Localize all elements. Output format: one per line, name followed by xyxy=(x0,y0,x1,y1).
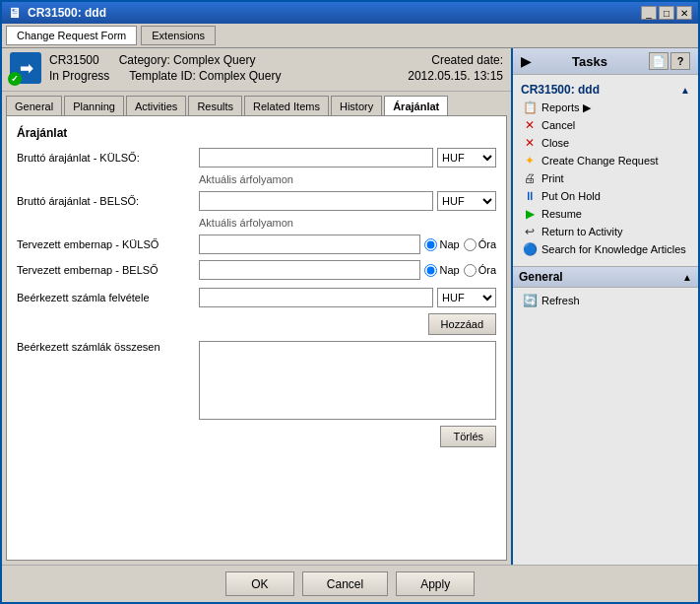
tasks-item-put-on-hold-label: Put On Hold xyxy=(541,190,601,202)
tasks-item-close[interactable]: ✕ Close xyxy=(517,134,694,152)
ok-button[interactable]: OK xyxy=(225,571,294,596)
ora2-option[interactable]: Óra xyxy=(464,264,496,277)
tasks-item-refresh[interactable]: 🔄 Refresh xyxy=(517,292,694,309)
tab-general[interactable]: General xyxy=(6,96,62,115)
brutto-kulso-currency[interactable]: HUF EUR USD xyxy=(437,148,496,168)
section-title: Árajánlat xyxy=(17,126,496,140)
beerkezett-currency[interactable]: HUF EUR USD xyxy=(437,288,496,307)
create-change-request-icon: ✦ xyxy=(523,154,537,168)
tasks-item-cancel-label: Cancel xyxy=(541,119,575,131)
tasks-item-resume[interactable]: ▶ Resume xyxy=(517,205,694,223)
tervezett-kulso-input[interactable] xyxy=(199,235,420,254)
brutto-kulso-row: Bruttó árajánlat - KÜLSŐ: HUF EUR USD xyxy=(17,148,496,168)
tervezett-belso-label: Tervezett embernap - BELSŐ xyxy=(17,264,199,276)
tasks-item-return-label: Return to Activity xyxy=(541,226,623,237)
tasks-item-cancel[interactable]: ✕ Cancel xyxy=(517,116,694,134)
tasks-cr-title-text: CR31500: ddd xyxy=(521,83,600,97)
ossz-label: Beérkezett számlák összesen xyxy=(17,341,199,353)
form-header: ➡ ✓ CR31500 Category: Complex Query Crea… xyxy=(2,48,511,92)
tab-change-request-form[interactable]: Change Request Form xyxy=(6,26,137,45)
hozzaad-btn-row: Hozzáad xyxy=(17,313,496,335)
nap1-option[interactable]: Nap xyxy=(424,238,459,251)
cr-icon: ➡ ✓ xyxy=(10,52,41,84)
tasks-item-reports-label: Reports ▶ xyxy=(541,101,591,114)
tasks-item-refresh-label: Refresh xyxy=(541,295,580,306)
brutto-belso-row: Bruttó árajánlat - BELSŐ: HUF EUR USD xyxy=(17,191,496,211)
tab-results[interactable]: Results xyxy=(188,96,242,115)
cr-info: CR31500 Category: Complex Query Created … xyxy=(49,53,503,83)
resume-icon: ▶ xyxy=(523,207,537,221)
close-icon: ✕ xyxy=(523,136,537,150)
cancel-button[interactable]: Cancel xyxy=(302,571,388,596)
tasks-item-create-change-request[interactable]: ✦ Create Change Request xyxy=(517,152,694,169)
aktualis-arfolyamon1: Aktuális árfolyamon xyxy=(199,173,496,185)
tab-extensions-label: Extensions xyxy=(152,30,205,41)
hozzaad-button[interactable]: Hozzáad xyxy=(428,313,496,335)
beerkezett-input[interactable] xyxy=(199,288,433,307)
print-icon: 🖨 xyxy=(523,171,537,185)
tasks-item-put-on-hold[interactable]: ⏸ Put On Hold xyxy=(517,187,694,205)
brutto-kulso-input[interactable] xyxy=(199,148,433,168)
tasks-help-icon[interactable]: ? xyxy=(670,52,690,70)
bottom-bar: OK Cancel Apply xyxy=(2,565,698,602)
refresh-icon: 🔄 xyxy=(523,294,537,307)
brutto-belso-label: Bruttó árajánlat - BELSŐ: xyxy=(17,195,199,207)
tab-planning[interactable]: Planning xyxy=(64,96,124,115)
close-button[interactable]: ✕ xyxy=(676,6,692,20)
cr-template: Template ID: Complex Query xyxy=(129,69,281,83)
nap2-option[interactable]: Nap xyxy=(424,264,459,277)
maximize-button[interactable]: □ xyxy=(659,6,674,20)
tab-history[interactable]: History xyxy=(331,96,382,115)
form-content: Árajánlat Bruttó árajánlat - KÜLSŐ: HUF … xyxy=(6,115,507,561)
tab-extensions[interactable]: Extensions xyxy=(141,26,216,45)
tasks-item-print-label: Print xyxy=(541,172,564,184)
general-section-header: General ▲ xyxy=(513,266,698,288)
cr-created-label: Created date: xyxy=(431,53,503,67)
brutto-belso-currency[interactable]: HUF EUR USD xyxy=(437,191,496,211)
tervezett-belso-row: Tervezett embernap - BELSŐ Nap Óra xyxy=(17,260,496,280)
brutto-belso-input[interactable] xyxy=(199,191,433,211)
tasks-item-search-knowledge[interactable]: 🔵 Search for Knowledge Articles xyxy=(517,240,694,258)
nap1-radio[interactable] xyxy=(424,238,437,251)
brutto-kulso-label: Bruttó árajánlat - KÜLSŐ: xyxy=(17,152,199,164)
general-expand-icon[interactable]: ▲ xyxy=(682,272,692,283)
tasks-item-print[interactable]: 🖨 Print xyxy=(517,169,694,187)
apply-button[interactable]: Apply xyxy=(396,571,475,596)
titlebar-controls: _ □ ✕ xyxy=(641,6,692,20)
tasks-item-reports[interactable]: 📋 Reports ▶ xyxy=(517,99,694,116)
minimize-button[interactable]: _ xyxy=(641,6,657,20)
put-on-hold-icon: ⏸ xyxy=(523,189,537,203)
tervezett-belso-input[interactable] xyxy=(199,260,420,280)
cr-date-value: 2012.05.15. 13:15 xyxy=(408,69,503,83)
cr-info-row1: CR31500 Category: Complex Query Created … xyxy=(49,53,503,67)
tab-activities[interactable]: Activities xyxy=(126,96,186,115)
ora1-radio[interactable] xyxy=(464,238,477,251)
torles-button[interactable]: Törlés xyxy=(440,426,496,447)
tasks-cr-expand-icon[interactable]: ▲ xyxy=(680,85,690,96)
general-section-title: General xyxy=(519,270,563,284)
cr-info-row2: In Progress Template ID: Complex Query 2… xyxy=(49,69,503,83)
ora2-radio[interactable] xyxy=(464,264,477,277)
left-panel: ➡ ✓ CR31500 Category: Complex Query Crea… xyxy=(2,48,511,565)
tab-arajanlat[interactable]: Árajánlat xyxy=(384,96,448,115)
ora1-option[interactable]: Óra xyxy=(464,238,496,251)
tervezett-kulso-radio-group: Nap Óra xyxy=(424,238,496,251)
tasks-cr-title: CR31500: ddd ▲ xyxy=(517,79,694,99)
tervezett-kulso-row: Tervezett embernap - KÜLSŐ Nap Óra xyxy=(17,235,496,254)
ossz-textarea[interactable] xyxy=(199,341,496,420)
tasks-item-return-to-activity[interactable]: ↩ Return to Activity xyxy=(517,223,694,240)
tasks-item-search-knowledge-label: Search for Knowledge Articles xyxy=(541,243,686,255)
delete-row: Törlés xyxy=(17,426,496,447)
main-window: 🖥 CR31500: ddd _ □ ✕ Change Request Form… xyxy=(0,0,700,604)
nap2-radio[interactable] xyxy=(424,264,437,277)
return-to-activity-icon: ↩ xyxy=(523,225,537,238)
cr-category: Category: Complex Query xyxy=(119,53,256,67)
nav-tabbar: General Planning Activities Results Rela… xyxy=(2,92,511,115)
reports-icon: 📋 xyxy=(523,101,537,114)
tab-related-items[interactable]: Related Items xyxy=(244,96,329,115)
tervezett-belso-radio-group: Nap Óra xyxy=(424,264,496,277)
tasks-section: CR31500: ddd ▲ 📋 Reports ▶ ✕ Cancel ✕ Cl… xyxy=(513,75,698,262)
tasks-header-icons: 📄 ? xyxy=(649,52,690,70)
tasks-page-icon[interactable]: 📄 xyxy=(649,52,668,70)
main-content: ➡ ✓ CR31500 Category: Complex Query Crea… xyxy=(2,48,698,565)
